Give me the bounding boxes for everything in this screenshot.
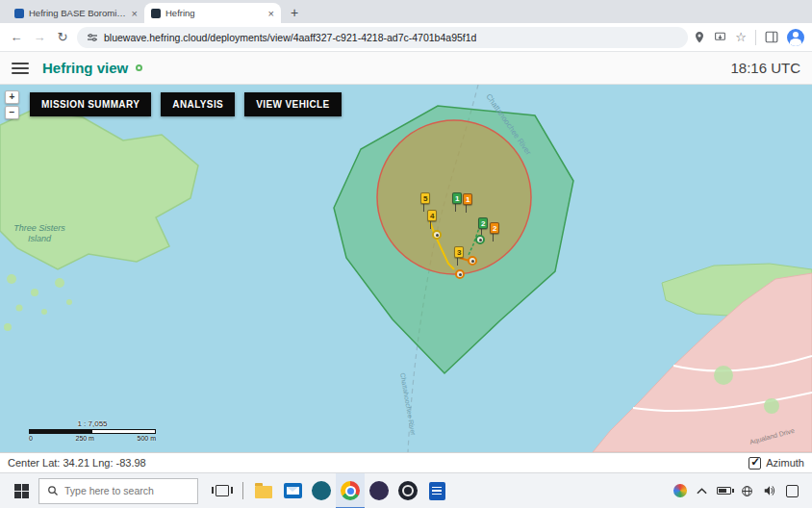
dark-app-button[interactable]: [393, 473, 422, 508]
dark-ring-app-icon: [398, 481, 418, 500]
tab-close-icon[interactable]: ×: [268, 8, 274, 19]
taskbar-search[interactable]: [38, 478, 198, 504]
url-actions: ☆: [694, 29, 804, 46]
map-scale: 1 : 7,055 0 250 m 500 m: [29, 419, 156, 442]
system-tray: [673, 484, 808, 497]
chevron-up-icon[interactable]: [697, 487, 707, 495]
tab-favicon: [14, 9, 24, 18]
address-bar[interactable]: bluewave.hefring.cloud/deployments/view/…: [77, 27, 688, 48]
vehicle-marker-1[interactable]: [432, 230, 442, 240]
map-marker-flag-7[interactable]: 3: [454, 246, 464, 258]
vehicle-marker-2[interactable]: [475, 235, 485, 244]
folder-icon: [255, 486, 272, 498]
side-panel-icon[interactable]: [765, 31, 778, 43]
center-coordinates: Center Lat: 34.21 Lng: -83.98: [8, 457, 146, 469]
network-globe-icon[interactable]: [741, 485, 753, 497]
screen: Hefring BASE Boromir, son of D × Hefring…: [0, 0, 812, 508]
map-view[interactable]: Three Sisters Island Chattahoochee River…: [0, 85, 812, 452]
purple-app-button[interactable]: [365, 473, 393, 508]
windows-logo-icon: [14, 484, 29, 498]
chrome-icon: [341, 481, 360, 500]
azimuth-label: Azimuth: [766, 457, 804, 469]
forward-button[interactable]: →: [31, 30, 48, 44]
windows-taskbar: [0, 472, 812, 508]
browser-tab-1[interactable]: Hefring BASE Boromir, son of D ×: [8, 3, 144, 23]
tab-favicon: [151, 9, 161, 18]
page-title: Hefring view: [42, 60, 128, 76]
reload-button[interactable]: ↻: [54, 30, 71, 44]
browser-toolbar: ← → ↻ bluewave.hefring.cloud/deployments…: [0, 23, 812, 52]
scale-ratio: 1 : 7,055: [29, 419, 156, 428]
scale-ticks: 0 250 m 500 m: [29, 435, 156, 442]
vehicle-marker-3[interactable]: [468, 256, 477, 266]
utc-clock: 18:16 UTC: [730, 60, 800, 76]
azimuth-checkbox[interactable]: [749, 457, 761, 470]
browser-tab-strip: Hefring BASE Boromir, son of D × Hefring…: [0, 0, 812, 23]
notification-center-icon[interactable]: [786, 485, 799, 497]
status-bar: Center Lat: 34.21 Lng: -83.98 Azimuth: [0, 452, 812, 472]
teal-app-button[interactable]: [307, 473, 336, 508]
url-text: bluewave.hefring.cloud/deployments/view/…: [104, 32, 476, 43]
tab-title: Hefring: [165, 8, 264, 18]
map-marker-flag-3[interactable]: 1: [452, 192, 462, 204]
start-button[interactable]: [4, 473, 38, 508]
tray-app-icon[interactable]: [673, 484, 687, 497]
scale-tick: 0: [29, 435, 33, 442]
site-settings-icon[interactable]: [87, 32, 98, 43]
location-pin-icon[interactable]: [694, 31, 705, 44]
azimuth-control: Azimuth: [749, 457, 804, 470]
tab-close-icon[interactable]: ×: [132, 8, 138, 19]
battery-icon[interactable]: [717, 487, 731, 495]
volume-icon[interactable]: [763, 485, 776, 496]
map-marker-flag-1[interactable]: 5: [420, 192, 430, 204]
app-header: Hefring view 18:16 UTC: [0, 52, 812, 85]
map-marker-flag-2[interactable]: 4: [427, 210, 437, 221]
scale-bar: [29, 429, 156, 434]
document-app-icon: [429, 482, 445, 500]
taskbar-separator: [242, 482, 243, 499]
tab-title: Hefring BASE Boromir, son of D: [29, 8, 127, 18]
install-app-icon[interactable]: [714, 31, 726, 43]
new-tab-button[interactable]: +: [285, 3, 304, 22]
marker-layer: 5411223: [0, 85, 812, 452]
map-marker-flag-5[interactable]: 2: [478, 217, 488, 229]
task-view-button[interactable]: [208, 473, 237, 508]
purple-app-icon: [369, 481, 389, 500]
chrome-button[interactable]: [336, 473, 365, 508]
mail-icon: [284, 483, 302, 498]
taskbar-search-input[interactable]: [64, 485, 180, 496]
file-explorer-button[interactable]: [249, 473, 278, 508]
profile-avatar[interactable]: [787, 29, 804, 46]
teal-app-icon: [312, 481, 331, 500]
scale-tick: 250 m: [75, 435, 93, 442]
scale-tick: 500 m: [138, 435, 156, 442]
search-icon: [47, 485, 59, 496]
vehicle-marker-4[interactable]: [455, 269, 465, 279]
back-button[interactable]: ←: [8, 30, 25, 44]
toolbar-divider: [755, 30, 756, 45]
document-app-button[interactable]: [422, 473, 451, 508]
browser-tab-2-active[interactable]: Hefring ×: [144, 3, 281, 23]
bookmark-star-icon[interactable]: ☆: [735, 31, 747, 43]
mail-app-button[interactable]: [278, 473, 307, 508]
connection-status-icon: [136, 64, 142, 71]
map-marker-flag-6[interactable]: 2: [490, 222, 499, 234]
menu-icon[interactable]: [12, 63, 29, 74]
map-marker-flag-4[interactable]: 1: [463, 193, 472, 205]
task-view-icon: [216, 485, 229, 496]
